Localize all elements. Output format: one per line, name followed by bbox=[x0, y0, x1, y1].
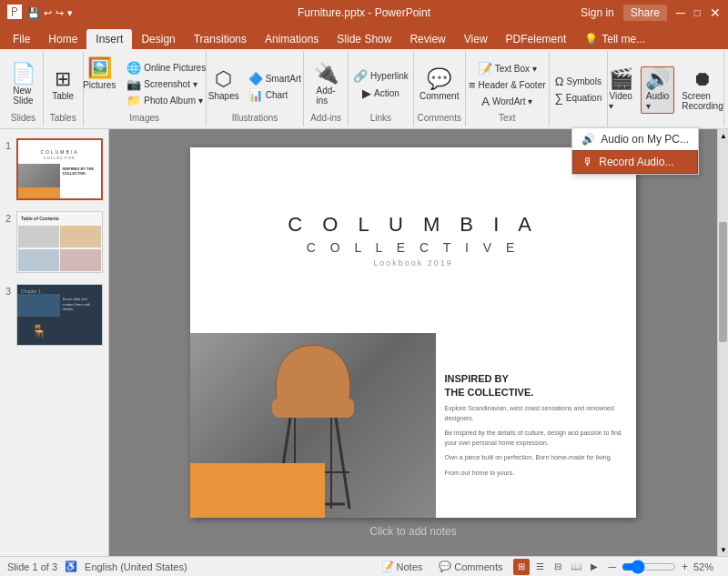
slide-canvas-area: C O L U M B I A C O L L E C T I V E Look… bbox=[109, 129, 717, 556]
photo-album-button[interactable]: 📁 Photo Album ▾ bbox=[123, 93, 209, 108]
audio-pc-icon: 🔊 bbox=[581, 133, 595, 146]
share-button[interactable]: Share bbox=[623, 5, 667, 21]
normal-view-button[interactable]: ⊞ bbox=[513, 559, 530, 575]
slide-thumb-3[interactable]: 3 Chapter 1 🪑 Some slide text content he… bbox=[4, 282, 105, 348]
comment-button[interactable]: 💬 Comment bbox=[416, 67, 462, 103]
tab-review[interactable]: Review bbox=[400, 29, 454, 49]
signin-link[interactable]: Sign in bbox=[581, 6, 614, 19]
slide-thumb-2[interactable]: 2 Table of Contents bbox=[4, 209, 105, 275]
orange-bar bbox=[190, 463, 325, 518]
smartart-button[interactable]: 🔷 SmartArt bbox=[245, 71, 305, 86]
chair-image bbox=[190, 333, 436, 519]
customize-icon[interactable]: ▾ bbox=[67, 7, 73, 19]
tab-animations[interactable]: Animations bbox=[256, 29, 328, 49]
undo-icon[interactable]: ↩ bbox=[44, 7, 52, 19]
scroll-down-button[interactable]: ▼ bbox=[718, 543, 728, 556]
addins-button[interactable]: 🔌 Add-ins bbox=[307, 62, 345, 107]
table-button[interactable]: ⊞ Table bbox=[46, 67, 79, 103]
slide-thumb-1[interactable]: 1 COLUMBIA COLLECTIVE INSPIRED BY THE CO… bbox=[4, 136, 105, 202]
symbols-button[interactable]: Ω Symbols bbox=[551, 74, 605, 89]
maximize-button[interactable]: □ bbox=[694, 6, 701, 19]
pictures-icon: 🖼️ bbox=[87, 58, 112, 78]
tables-group-label: Tables bbox=[50, 113, 76, 125]
scrollbar-track[interactable] bbox=[718, 142, 728, 543]
quick-access-toolbar: 💾 ↩ ↪ ▾ bbox=[27, 7, 73, 19]
body-text-2: Be inspired by the details of culture, d… bbox=[445, 429, 628, 448]
ribbon-group-symbols: Ω Symbols ∑ Equation bbox=[550, 51, 608, 126]
text-group-label: Text bbox=[499, 113, 515, 125]
tab-transitions[interactable]: Transitions bbox=[185, 29, 256, 49]
record-audio-item[interactable]: 🎙 Record Audio... bbox=[572, 150, 698, 174]
comments-button[interactable]: 💬 Comments bbox=[433, 561, 508, 572]
zoom-minus[interactable]: ─ bbox=[608, 561, 616, 573]
action-button[interactable]: ▶ Action bbox=[359, 86, 403, 101]
wordart-button[interactable]: A WordArt ▾ bbox=[478, 94, 536, 109]
record-icon: 🎙 bbox=[582, 156, 593, 168]
hyperlink-button[interactable]: 🔗 Hyperlink bbox=[349, 68, 412, 84]
chart-button[interactable]: 📊 Chart bbox=[245, 87, 305, 103]
tab-file[interactable]: File bbox=[4, 29, 39, 49]
tab-insert[interactable]: Insert bbox=[86, 29, 132, 49]
audio-icon: 🔊 bbox=[645, 69, 670, 89]
ribbon-tabs: File Home Insert Design Transitions Anim… bbox=[0, 25, 728, 49]
ribbon-group-slides: 📄 NewSlide Slides bbox=[4, 51, 44, 126]
zoom-slider[interactable] bbox=[622, 561, 676, 572]
video-button[interactable]: 🎬 Video▾ bbox=[604, 67, 637, 113]
scroll-up-button[interactable]: ▲ bbox=[718, 129, 728, 142]
language-label: English (United States) bbox=[85, 561, 187, 572]
shapes-button[interactable]: ⬡ Shapes bbox=[205, 67, 243, 103]
photo-album-icon: 📁 bbox=[126, 94, 141, 107]
title-bar-left: 🅿 💾 ↩ ↪ ▾ bbox=[7, 5, 73, 21]
slideshow-button[interactable]: ▶ bbox=[586, 559, 602, 575]
window-title: Furniture.pptx - PowerPoint bbox=[298, 6, 430, 19]
header-footer-button[interactable]: ≡ Header & Footer bbox=[465, 77, 550, 93]
screen-recording-button[interactable]: ⏺ ScreenRecording bbox=[678, 67, 727, 113]
tab-view[interactable]: View bbox=[455, 29, 497, 49]
minimize-button[interactable]: ─ bbox=[676, 5, 685, 20]
online-pictures-button[interactable]: 🌐 Online Pictures bbox=[123, 60, 209, 76]
notes-placeholder[interactable]: Click to add notes bbox=[369, 525, 456, 538]
reading-view-button[interactable]: 📖 bbox=[568, 559, 584, 575]
redo-icon[interactable]: ↪ bbox=[56, 7, 64, 19]
slide-panel: 1 COLUMBIA COLLECTIVE INSPIRED BY THE CO… bbox=[0, 129, 109, 556]
audio-dropdown-menu: 🔊 Audio on My PC... 🎙 Record Audio... bbox=[571, 127, 699, 175]
slide-sorter-button[interactable]: ⊟ bbox=[550, 559, 566, 575]
slides-group-label: Slides bbox=[11, 113, 35, 125]
online-pictures-icon: 🌐 bbox=[126, 61, 141, 75]
screenshot-icon: 📷 bbox=[126, 77, 141, 91]
zoom-level[interactable]: 52% bbox=[693, 561, 721, 572]
links-group-label: Links bbox=[370, 113, 391, 125]
pictures-button[interactable]: 🖼️ Pictures bbox=[79, 56, 119, 92]
ribbon-group-comments: 💬 Comment Comments bbox=[414, 51, 466, 126]
comments-icon: 💬 bbox=[439, 561, 451, 572]
audio-on-my-pc-item[interactable]: 🔊 Audio on My PC... bbox=[572, 128, 698, 150]
screenshot-button[interactable]: 📷 Screenshot ▾ bbox=[123, 76, 209, 92]
tab-pdfelement[interactable]: PDFelement bbox=[497, 29, 576, 49]
audio-button[interactable]: 🔊 Audio▾ bbox=[641, 66, 674, 114]
textbox-button[interactable]: 📝 Text Box ▾ bbox=[474, 61, 541, 76]
equation-button[interactable]: ∑ Equation bbox=[551, 90, 605, 106]
ribbon-group-addins: 🔌 Add-ins Add-ins bbox=[304, 51, 349, 126]
save-icon[interactable]: 💾 bbox=[27, 7, 40, 19]
status-right: 📝 Notes 💬 Comments ⊞ ☰ ⊟ 📖 ▶ ─ + 52% bbox=[376, 559, 721, 575]
slide-canvas[interactable]: C O L U M B I A C O L L E C T I V E Look… bbox=[190, 147, 636, 518]
tab-slideshow[interactable]: Slide Show bbox=[328, 29, 400, 49]
ribbon-group-media: 🎬 Video▾ 🔊 Audio▾ ⏺ ScreenRecording bbox=[608, 51, 724, 126]
close-button[interactable]: ✕ bbox=[710, 5, 721, 20]
new-slide-button[interactable]: 📄 NewSlide bbox=[6, 62, 39, 107]
zoom-plus[interactable]: + bbox=[682, 561, 688, 573]
addins-icon: 🔌 bbox=[314, 64, 339, 84]
body-text-1: Explore Scandinavian, west coast sensati… bbox=[445, 404, 628, 423]
shapes-icon: ⬡ bbox=[215, 69, 232, 89]
view-buttons: ⊞ ☰ ⊟ 📖 ▶ bbox=[513, 559, 602, 575]
tab-tellme[interactable]: 💡Tell me... bbox=[575, 29, 654, 49]
notes-button[interactable]: 📝 Notes bbox=[376, 561, 429, 572]
slide-3-preview: Chapter 1 🪑 Some slide text content here… bbox=[16, 284, 103, 346]
accessibility-icon[interactable]: ♿ bbox=[65, 561, 77, 572]
hyperlink-icon: 🔗 bbox=[353, 69, 368, 83]
slide-2-preview: Table of Contents bbox=[16, 211, 103, 273]
slide-count: Slide 1 of 3 bbox=[7, 561, 57, 572]
tab-design[interactable]: Design bbox=[132, 29, 184, 49]
outline-view-button[interactable]: ☰ bbox=[531, 559, 548, 575]
tab-home[interactable]: Home bbox=[39, 29, 86, 49]
